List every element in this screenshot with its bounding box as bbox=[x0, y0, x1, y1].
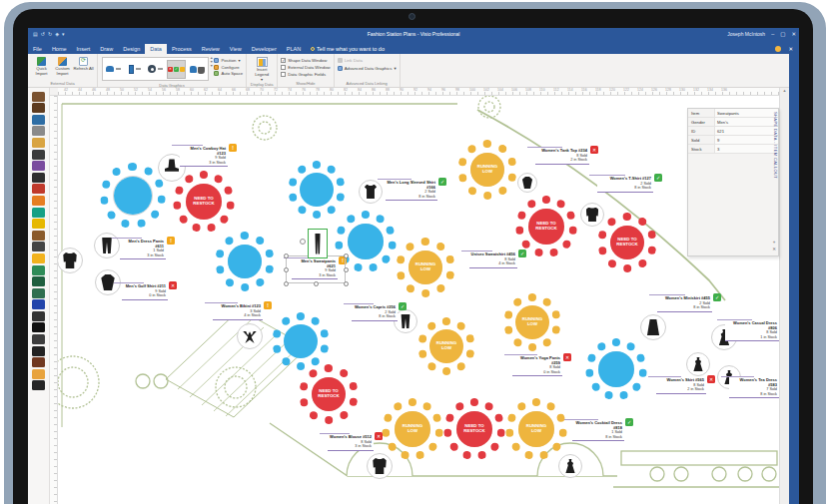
shape-data-row[interactable]: GenderMen's bbox=[688, 118, 778, 127]
clothing-rack[interactable] bbox=[272, 312, 330, 370]
tab-file[interactable]: File bbox=[28, 44, 47, 55]
maximize-button[interactable]: ▢ bbox=[780, 31, 785, 37]
close-ribbon-icon[interactable]: ✕ bbox=[788, 46, 793, 52]
selection-handle[interactable] bbox=[284, 281, 289, 286]
item-circle[interactable] bbox=[237, 323, 263, 349]
checkbox-data-graphic-fields[interactable]: Data Graphic Fields bbox=[281, 72, 331, 77]
stencil-shape-icon[interactable] bbox=[32, 231, 45, 241]
position-button[interactable]: Position▾ bbox=[214, 58, 243, 63]
gallery-item-1[interactable] bbox=[104, 60, 123, 79]
item-callout[interactable]: Women's Bikini #1233 Sold4 in Stock! bbox=[213, 303, 263, 319]
clothing-rack[interactable] bbox=[288, 161, 346, 219]
stencil-shape-icon[interactable] bbox=[32, 219, 45, 229]
shapes-stencil-strip[interactable] bbox=[28, 88, 50, 504]
item-callout[interactable]: Women's Cocktail Dress #8181 Sold8 in St… bbox=[572, 420, 624, 440]
tab-view[interactable]: View bbox=[225, 44, 247, 55]
item-circle[interactable] bbox=[686, 352, 710, 376]
clothing-rack[interactable]: RUNNINGLOW bbox=[382, 398, 443, 460]
gallery-scroll-arrows[interactable]: ▲▼▼ bbox=[210, 57, 213, 69]
stencil-shape-icon[interactable] bbox=[32, 173, 45, 183]
item-callout[interactable]: Women's Tea Dress #5837 Sold8 in Stock✓ bbox=[729, 377, 779, 397]
shape-data-row[interactable]: ID621 bbox=[688, 127, 778, 136]
data-graphics-gallery[interactable]: ✕✓ bbox=[102, 57, 209, 81]
clothing-rack[interactable]: RUNNINGLOW bbox=[417, 317, 475, 375]
stencil-shape-icon[interactable] bbox=[32, 253, 45, 263]
rotation-handle[interactable] bbox=[300, 239, 306, 245]
gallery-item-2[interactable] bbox=[125, 60, 144, 79]
stencil-shape-icon[interactable] bbox=[32, 357, 45, 367]
stencil-shape-icon[interactable] bbox=[32, 380, 45, 390]
gallery-item-3[interactable] bbox=[146, 60, 165, 79]
item-callout[interactable]: Men's Dress Pants #6111 Sold3 in Stock! bbox=[120, 239, 166, 258]
stencil-shape-icon[interactable] bbox=[32, 115, 45, 125]
clothing-rack[interactable] bbox=[215, 232, 275, 291]
stencil-shape-icon[interactable] bbox=[32, 311, 45, 321]
signed-in-user[interactable]: Joseph McIntosh bbox=[727, 31, 765, 37]
clothing-rack[interactable]: NEED TORESTOCK bbox=[173, 171, 235, 233]
item-circle[interactable] bbox=[359, 180, 383, 204]
close-button[interactable]: ✕ bbox=[791, 31, 796, 37]
vertical-scrollbar[interactable]: ▲ bbox=[779, 88, 789, 504]
drawing-canvas[interactable]: NEED TORESTOCKRUNNINGLOWNEED TORESTOCKNE… bbox=[58, 96, 779, 504]
clothing-rack[interactable]: RUNNINGLOW bbox=[396, 238, 455, 297]
tab-design[interactable]: Design bbox=[118, 44, 145, 55]
selected-item-shape[interactable] bbox=[308, 229, 328, 258]
item-callout[interactable]: Women's Miniskirt #4552 Sold8 in Stock✓ bbox=[657, 295, 712, 311]
clothing-rack[interactable]: RUNNINGLOW bbox=[505, 398, 567, 460]
shape-data-row[interactable]: ItemSweatpants bbox=[688, 109, 778, 118]
item-circle[interactable] bbox=[517, 173, 537, 193]
clothing-rack[interactable]: RUNNINGLOW bbox=[457, 140, 517, 200]
tab-insert[interactable]: Insert bbox=[72, 44, 96, 55]
minimize-button[interactable]: – bbox=[771, 31, 774, 37]
stencil-shape-icon[interactable] bbox=[32, 276, 45, 286]
configure-button[interactable]: Configure bbox=[214, 65, 243, 70]
item-callout[interactable]: Women's Blouse #5128 Sold3 in Stock✕ bbox=[328, 434, 374, 450]
stencil-shape-icon[interactable] bbox=[32, 265, 45, 275]
tab-developer[interactable]: Developer bbox=[247, 44, 282, 55]
stencil-shape-icon[interactable] bbox=[32, 161, 45, 171]
checkbox-shape-data-window[interactable]: ✓Shape Data Window bbox=[281, 58, 331, 63]
item-circle[interactable] bbox=[580, 203, 604, 227]
item-circle[interactable] bbox=[640, 314, 666, 340]
clothing-rack[interactable]: NEED TORESTOCK bbox=[299, 364, 359, 424]
gallery-item-selected[interactable]: ✕✓ bbox=[167, 60, 186, 79]
tab-data[interactable]: Data bbox=[145, 44, 167, 55]
quick-import-button[interactable]: Quick Import bbox=[31, 55, 52, 77]
selection-handle[interactable] bbox=[284, 253, 289, 258]
stencil-shape-icon[interactable] bbox=[32, 126, 45, 136]
link-data-button[interactable]: Link Data bbox=[338, 58, 397, 63]
stencil-shape-icon[interactable] bbox=[32, 369, 45, 379]
clothing-rack[interactable] bbox=[585, 338, 647, 400]
checkbox-external-data-window[interactable]: External Data Window bbox=[281, 65, 331, 70]
selection-handle[interactable] bbox=[314, 281, 319, 286]
item-callout[interactable]: Women's Casual Dress #8068 Sold1 in Stoc… bbox=[725, 320, 779, 340]
item-callout[interactable]: Men's Cowboy Hat #1239 Sold3 in Stock! bbox=[180, 146, 228, 166]
item-callout[interactable]: Unisex Sweatshirt #4568 Sold4 in Stock✓ bbox=[469, 252, 517, 267]
selection-handle[interactable] bbox=[344, 281, 349, 286]
stencil-shape-icon[interactable] bbox=[32, 334, 45, 344]
stencil-shape-icon[interactable] bbox=[32, 184, 45, 194]
clothing-rack[interactable]: NEED TORESTOCK bbox=[597, 213, 657, 272]
auto-space-button[interactable]: Auto Space bbox=[214, 71, 243, 76]
item-circle[interactable] bbox=[558, 454, 582, 478]
refresh-all-button[interactable]: Refresh All bbox=[73, 55, 94, 72]
stencil-shape-icon[interactable] bbox=[32, 242, 45, 252]
clothing-rack[interactable]: NEED TORESTOCK bbox=[443, 398, 505, 460]
item-callout[interactable]: Women's Skirt #5658 Sold2 in Stock✕ bbox=[656, 377, 706, 393]
notification-dot-icon[interactable] bbox=[775, 46, 781, 52]
selection-handle[interactable] bbox=[284, 267, 289, 272]
advanced-data-graphics-button[interactable]: Advanced Data Graphics ▾ bbox=[338, 66, 397, 71]
panel-expand-icon[interactable]: + bbox=[772, 239, 776, 246]
stencil-shape-icon[interactable] bbox=[32, 208, 45, 218]
item-circle[interactable] bbox=[367, 453, 393, 479]
tab-home[interactable]: Home bbox=[47, 44, 72, 55]
item-callout[interactable]: Women's Tank Top #2348 Sold2 in Stock✕ bbox=[535, 148, 589, 164]
stencil-shape-icon[interactable] bbox=[32, 288, 45, 298]
selection-handle[interactable] bbox=[344, 267, 349, 272]
stencil-shape-icon[interactable] bbox=[32, 150, 45, 160]
tell-me-box[interactable]: Tell me what you want to do bbox=[306, 44, 390, 55]
tab-plan[interactable]: PLAN bbox=[282, 44, 306, 55]
clothing-rack[interactable] bbox=[100, 163, 166, 229]
item-callout[interactable]: Women's Yoga Pants #2598 Sold0 in Stock✕ bbox=[512, 355, 562, 375]
tab-review[interactable]: Review bbox=[197, 44, 225, 55]
